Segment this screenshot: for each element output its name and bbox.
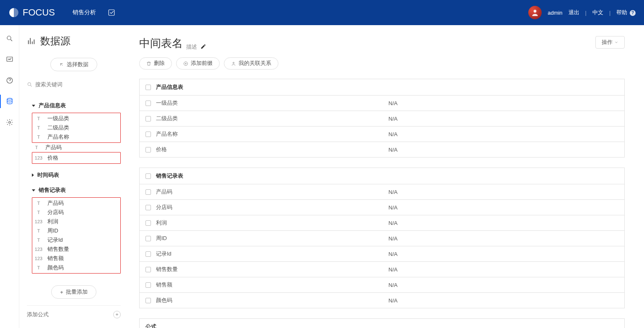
field-item[interactable]: T记录Id: [34, 235, 119, 245]
logo-icon: [8, 7, 19, 18]
checkbox[interactable]: [145, 147, 151, 152]
field-item[interactable]: T产品码: [32, 143, 121, 152]
tree-group-time-code[interactable]: 时间码表: [32, 171, 121, 179]
datasource-icon[interactable]: [5, 97, 14, 106]
edit-dashboard-icon[interactable]: [108, 9, 115, 16]
checkbox[interactable]: [145, 220, 151, 226]
checkbox[interactable]: [145, 298, 151, 303]
svg-point-6: [8, 121, 10, 124]
type-text-icon: T: [34, 125, 43, 130]
type-number-icon: 123: [34, 155, 43, 160]
type-text-icon: T: [34, 228, 43, 233]
nav-sales-analysis[interactable]: 销售分析: [73, 9, 96, 16]
field-item[interactable]: 123销售额: [34, 254, 119, 263]
tree-group-sales-record[interactable]: 销售记录表: [32, 186, 121, 194]
username[interactable]: admin: [548, 10, 562, 16]
circle-plus-icon: [183, 61, 188, 66]
brand-text: FOCUS: [23, 7, 55, 18]
pencil-icon[interactable]: [200, 44, 206, 51]
field-item[interactable]: T二级品类: [34, 123, 119, 132]
chevron-down-icon: [614, 40, 618, 44]
trash-icon: [146, 61, 151, 66]
checkbox[interactable]: [145, 267, 151, 272]
table-row[interactable]: 销售额N/A: [140, 277, 625, 293]
checkbox[interactable]: [145, 236, 151, 241]
checkbox[interactable]: [145, 205, 151, 210]
field-item[interactable]: T产品名称: [34, 132, 119, 142]
checkbox[interactable]: [145, 189, 151, 195]
table-sales-record: 销售记录表 产品码N/A 分店码N/A 利润N/A 周IDN/A 记录IdN/A…: [139, 168, 625, 308]
chart-bars-icon: [27, 36, 36, 46]
user-area: admin 退出 | 中文 | 帮助 ?: [528, 6, 636, 19]
brand-logo[interactable]: FOCUS: [8, 7, 55, 18]
avatar[interactable]: [528, 6, 542, 19]
language-switch[interactable]: 中文: [592, 9, 603, 16]
table-row[interactable]: 记录IdN/A: [140, 246, 625, 262]
help-link[interactable]: 帮助 ?: [616, 9, 636, 16]
tree-group-product-info[interactable]: 产品信息表: [32, 102, 121, 109]
table-row[interactable]: 分店码N/A: [140, 200, 625, 215]
table-row[interactable]: 销售数量N/A: [140, 262, 625, 277]
select-data-button[interactable]: 选择数据: [50, 58, 97, 71]
type-text-icon: T: [34, 134, 43, 139]
field-item[interactable]: T颜色码: [34, 263, 119, 272]
field-tree: 产品信息表 T一级品类 T二级品类 T产品名称 T产品码 123价格 时间码表: [19, 91, 128, 277]
type-text-icon: T: [34, 201, 43, 206]
my-relations-button[interactable]: 我的关联关系: [224, 57, 278, 70]
top-header: FOCUS 销售分析 admin 退出 | 中文 | 帮助 ?: [0, 0, 644, 25]
field-item[interactable]: T周ID: [34, 226, 119, 235]
table-header: 产品信息表: [156, 84, 183, 90]
type-text-icon: T: [34, 116, 43, 121]
sale-time-row[interactable]: 销售时间: [19, 323, 128, 328]
checkbox[interactable]: [145, 173, 151, 179]
field-item[interactable]: 123价格: [34, 153, 119, 163]
help-icon: ?: [630, 10, 636, 16]
left-icon-rail: [0, 25, 19, 328]
plus-icon: +: [60, 289, 63, 295]
type-text-icon: T: [34, 238, 43, 243]
field-item[interactable]: T一级品类: [34, 114, 119, 123]
field-item[interactable]: 123销售数量: [34, 245, 119, 254]
type-number-icon: 123: [34, 247, 43, 252]
svg-point-10: [233, 62, 234, 63]
table-row[interactable]: 颜色码N/A: [140, 293, 625, 308]
settings-icon[interactable]: [5, 118, 14, 127]
search-icon[interactable]: [5, 34, 14, 43]
svg-point-2: [7, 36, 11, 40]
circle-plus-icon[interactable]: +: [113, 311, 121, 318]
person-icon: [231, 61, 236, 66]
table-row[interactable]: 产品名称N/A: [140, 127, 625, 142]
table-row[interactable]: 周IDN/A: [140, 231, 625, 246]
type-text-icon: T: [32, 145, 41, 150]
checkbox[interactable]: [145, 101, 151, 106]
field-item[interactable]: T产品码: [34, 199, 119, 208]
logout-link[interactable]: 退出: [569, 9, 579, 16]
field-item[interactable]: T分店码: [34, 208, 119, 217]
help-icon[interactable]: [5, 76, 14, 85]
table-row[interactable]: 产品码N/A: [140, 184, 625, 200]
checkbox[interactable]: [145, 282, 151, 288]
caret-down-icon: [32, 105, 35, 107]
table-row[interactable]: 一级品类N/A: [140, 96, 625, 111]
table-product-info: 产品信息表 一级品类N/A 二级品类N/A 产品名称N/A 价格N/A: [139, 79, 625, 158]
checkbox[interactable]: [145, 132, 151, 137]
add-formula-row[interactable]: 添加公式 +: [19, 306, 128, 323]
batch-add-button[interactable]: + 批量添加: [51, 285, 96, 299]
type-number-icon: 123: [34, 256, 43, 261]
add-prefix-button[interactable]: 添加前缀: [176, 57, 220, 70]
table-row[interactable]: 价格N/A: [140, 142, 625, 158]
table-name-title: 中间表名: [139, 36, 183, 51]
table-row[interactable]: 二级品类N/A: [140, 111, 625, 127]
search-field[interactable]: [19, 78, 128, 91]
table-row[interactable]: 利润N/A: [140, 215, 625, 231]
checkbox[interactable]: [145, 85, 151, 90]
delete-button[interactable]: 删除: [139, 57, 172, 70]
checkbox[interactable]: [145, 116, 151, 121]
actions-dropdown[interactable]: 操作: [595, 36, 625, 49]
dashboard-icon[interactable]: [5, 55, 14, 64]
search-input[interactable]: [35, 81, 121, 88]
checkbox[interactable]: [145, 251, 151, 257]
field-item[interactable]: 123利润: [34, 217, 119, 226]
table-header: 销售记录表: [156, 173, 183, 179]
svg-point-7: [28, 83, 31, 85]
